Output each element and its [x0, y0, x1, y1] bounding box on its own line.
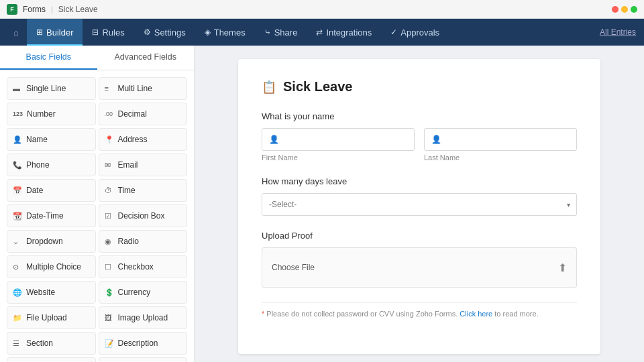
field-date-time[interactable]: 📆 Date-Time	[7, 204, 96, 227]
nav-rules-label: Rules	[102, 27, 124, 38]
last-name-input[interactable]: 👤	[424, 128, 577, 151]
required-asterisk: *	[262, 310, 264, 318]
app-name: Forms	[23, 5, 46, 14]
main-layout: Basic Fields Advanced Fields ▬ Single Li…	[0, 46, 644, 362]
tab-basic-fields[interactable]: Basic Fields	[0, 46, 97, 70]
form-footer: * Please do not collect password or CVV …	[262, 302, 577, 318]
date-icon: 📅	[13, 186, 22, 195]
all-entries-link[interactable]: All Entries	[600, 27, 644, 37]
first-name-label: First Name	[262, 154, 415, 162]
decision-box-icon: ☑	[105, 212, 114, 221]
days-leave-select[interactable]: -Select-	[262, 193, 577, 216]
sidebar: Basic Fields Advanced Fields ▬ Single Li…	[0, 46, 195, 362]
last-name-icon: 👤	[431, 135, 441, 144]
multi-line-icon: ≡	[105, 84, 114, 93]
field-single-line[interactable]: ▬ Single Line	[7, 77, 96, 100]
field-page-break[interactable]: ⊞ Page Break	[99, 357, 188, 362]
tab-advanced-fields[interactable]: Advanced Fields	[97, 46, 195, 70]
field-address[interactable]: 📍 Address	[99, 128, 188, 151]
nav-themes[interactable]: ◈ Themes	[195, 19, 255, 46]
last-name-label: Last Name	[424, 154, 577, 162]
file-upload-icon: 📁	[13, 314, 22, 322]
field-date[interactable]: 📅 Date	[7, 179, 96, 202]
field-website[interactable]: 🌐 Website	[7, 281, 96, 304]
nav-builder-label: Builder	[46, 27, 73, 38]
document-name: Sick Leave	[58, 5, 98, 14]
field-slider[interactable]: ⟺ Slider	[7, 357, 96, 362]
nav-share[interactable]: ⤷ Share	[255, 19, 307, 46]
approvals-icon: ✓	[390, 27, 397, 37]
currency-icon: 💲	[105, 288, 114, 297]
nav-integrations[interactable]: ⇄ Integrations	[307, 19, 381, 46]
field-email[interactable]: ✉ Email	[99, 154, 188, 176]
first-name-input[interactable]: 👤	[262, 128, 415, 151]
number-icon: 123	[13, 111, 23, 117]
maximize-dot[interactable]	[631, 6, 637, 13]
field-decimal[interactable]: .00 Decimal	[99, 103, 188, 125]
footer-text: Please do not collect password or CVV us…	[266, 310, 460, 318]
single-line-icon: ▬	[13, 84, 22, 93]
upload-proof-section: Upload Proof Choose File ⬆	[262, 231, 577, 288]
nav-builder[interactable]: ⊞ Builder	[27, 19, 83, 46]
field-radio[interactable]: ◉ Radio	[99, 230, 188, 253]
close-dot[interactable]	[612, 6, 619, 13]
website-icon: 🌐	[13, 288, 22, 297]
app-logo: F	[7, 4, 17, 15]
field-multiple-choice[interactable]: ⊙ Multiple Choice	[7, 255, 96, 278]
nav-settings-label: Settings	[154, 27, 186, 38]
nav-bar: ⌂ ⊞ Builder ⊟ Rules ⚙ Settings ◈ Themes …	[0, 19, 644, 46]
content-area: 📋 Sick Leave What is your name 👤 First N…	[195, 46, 644, 362]
description-icon: 📝	[105, 339, 114, 348]
nav-rules[interactable]: ⊟ Rules	[83, 19, 133, 46]
choose-file-button[interactable]: Choose File	[272, 263, 315, 272]
date-time-icon: 📆	[13, 212, 22, 221]
field-multi-line[interactable]: ≡ Multi Line	[99, 77, 188, 100]
home-button[interactable]: ⌂	[5, 19, 27, 46]
field-number[interactable]: 123 Number	[7, 103, 96, 125]
time-icon: ⏱	[105, 186, 114, 194]
nav-integrations-label: Integrations	[326, 27, 372, 38]
field-section[interactable]: ☰ Section	[7, 332, 96, 355]
themes-icon: ◈	[205, 27, 211, 37]
title-separator: |	[51, 5, 53, 13]
field-image-upload[interactable]: 🖼 Image Upload	[99, 306, 188, 329]
sidebar-tabs: Basic Fields Advanced Fields	[0, 46, 194, 70]
upload-icon: ⬆	[558, 261, 567, 274]
days-leave-section: How many days leave -Select- ▾	[262, 176, 577, 216]
name-section: What is your name 👤 First Name 👤 Last Na…	[262, 111, 577, 162]
file-upload-area[interactable]: Choose File ⬆	[262, 247, 577, 288]
field-dropdown[interactable]: ⌄ Dropdown	[7, 230, 96, 253]
field-name[interactable]: 👤 Name	[7, 128, 96, 151]
title-bar: F Forms | Sick Leave	[0, 0, 644, 19]
field-phone[interactable]: 📞 Phone	[7, 154, 96, 176]
nav-approvals[interactable]: ✓ Approvals	[381, 19, 449, 46]
field-file-upload[interactable]: 📁 File Upload	[7, 306, 96, 329]
share-icon: ⤷	[264, 27, 271, 37]
first-name-icon: 👤	[269, 135, 279, 144]
field-decision-box[interactable]: ☑ Decision Box	[99, 204, 188, 227]
field-time[interactable]: ⏱ Time	[99, 179, 188, 202]
email-icon: ✉	[105, 161, 114, 170]
image-upload-icon: 🖼	[105, 314, 114, 322]
nav-approvals-label: Approvals	[400, 27, 439, 38]
name-label: What is your name	[262, 111, 577, 121]
minimize-dot[interactable]	[621, 6, 628, 13]
form-title: Sick Leave	[283, 79, 352, 95]
footer-suffix: to read more.	[494, 310, 538, 318]
name-icon: 👤	[13, 135, 22, 144]
days-leave-wrapper: -Select- ▾	[262, 193, 577, 216]
field-checkbox[interactable]: ☐ Checkbox	[99, 255, 188, 278]
field-currency[interactable]: 💲 Currency	[99, 281, 188, 304]
footer-link[interactable]: Click here	[460, 310, 492, 318]
decimal-icon: .00	[105, 111, 114, 117]
name-row: 👤 First Name 👤 Last Name	[262, 128, 577, 162]
upload-proof-label: Upload Proof	[262, 231, 577, 241]
nav-settings[interactable]: ⚙ Settings	[134, 19, 195, 46]
fields-list: ▬ Single Line ≡ Multi Line 123 Number .0…	[0, 70, 194, 362]
nav-themes-label: Themes	[214, 27, 246, 38]
address-icon: 📍	[105, 135, 114, 144]
window-controls	[612, 6, 637, 13]
last-name-group: 👤 Last Name	[424, 128, 577, 162]
field-description[interactable]: 📝 Description	[99, 332, 188, 355]
section-icon: ☰	[13, 339, 22, 348]
